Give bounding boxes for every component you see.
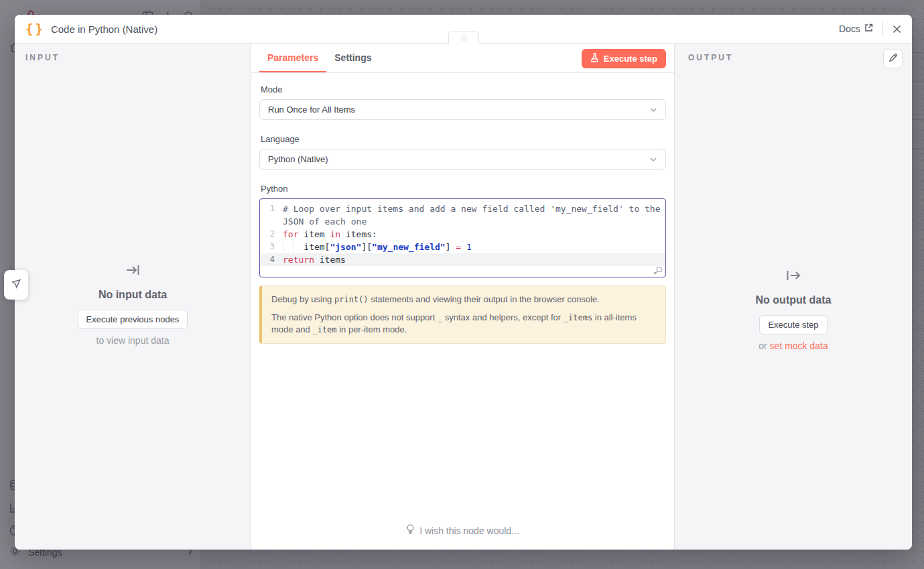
header-divider [882, 22, 883, 36]
language-label: Language [261, 134, 666, 144]
node-details-modal: {} Code in Python (Native) Docs INPUT [15, 15, 912, 550]
pencil-icon [888, 53, 898, 65]
execute-step-button[interactable]: Execute step [582, 49, 666, 68]
code-editor[interactable]: 1# Loop over input items and add a new f… [259, 198, 666, 277]
tab-parameters[interactable]: Parameters [259, 44, 326, 72]
output-empty-state: No output data Execute step or set mock … [675, 267, 912, 351]
cursor-arrow-icon [9, 277, 23, 293]
docs-link[interactable]: Docs [839, 23, 873, 34]
chevron-down-icon [649, 106, 657, 114]
modal-body: INPUT No input data Execute previous nod… [15, 44, 912, 550]
input-caption: to view input data [15, 335, 251, 346]
code-line: 1# Loop over input items and add a new f… [260, 202, 665, 215]
mode-select[interactable]: Run Once for All Items [259, 99, 666, 120]
code-node-icon: {} [25, 21, 45, 36]
tab-settings[interactable]: Settings [326, 44, 379, 72]
code-line: 2for item in items: [260, 228, 665, 241]
code-line: 3 item["json"]["my_new_field"] = 1 [260, 241, 665, 253]
form-area: Mode Run Once for All Items Language Pyt… [251, 73, 674, 344]
set-mock-data-link[interactable]: set mock data [770, 340, 828, 351]
panel-drag-handle[interactable] [448, 31, 479, 44]
edit-output-button[interactable] [883, 49, 903, 68]
tab-bar: Parameters Settings Execute step [251, 44, 674, 73]
node-title: Code in Python (Native) [51, 23, 157, 35]
bar-arrow-out-icon [675, 267, 912, 286]
no-input-data-title: No input data [15, 289, 251, 301]
code-line: 4return items [260, 253, 665, 266]
debug-notice: Debug by using print() statements and vi… [259, 286, 666, 344]
mode-label: Mode [261, 84, 666, 94]
input-panel-label: INPUT [25, 53, 60, 62]
input-empty-state: No input data Execute previous nodes to … [15, 262, 251, 346]
code-line: JSON of each one [260, 215, 665, 228]
language-select[interactable]: Python (Native) [259, 149, 666, 170]
execute-previous-nodes-button[interactable]: Execute previous nodes [78, 310, 188, 329]
chevron-down-icon [649, 155, 657, 164]
arrow-into-bar-icon [15, 262, 251, 281]
external-link-icon [864, 23, 873, 34]
execute-step-side-button[interactable]: Execute step [759, 315, 827, 334]
focus-panel-toggle[interactable] [4, 270, 28, 300]
lightbulb-icon [406, 524, 415, 538]
input-panel: INPUT No input data Execute previous nod… [15, 44, 251, 550]
no-output-data-title: No output data [675, 294, 912, 306]
output-panel-label: OUTPUT [688, 53, 733, 62]
output-panel: OUTPUT No output data Execute step or se… [674, 44, 912, 550]
parameters-panel: Parameters Settings Execute step Mode Ru… [251, 44, 674, 550]
wish-hint-link[interactable]: I wish this node would... [251, 524, 674, 538]
python-label: Python [261, 184, 666, 194]
or-text: or [758, 340, 767, 351]
flask-icon [590, 53, 599, 64]
close-icon[interactable] [893, 25, 901, 34]
expand-editor-icon[interactable] [654, 267, 662, 275]
code-lines: 1# Loop over input items and add a new f… [260, 202, 665, 266]
